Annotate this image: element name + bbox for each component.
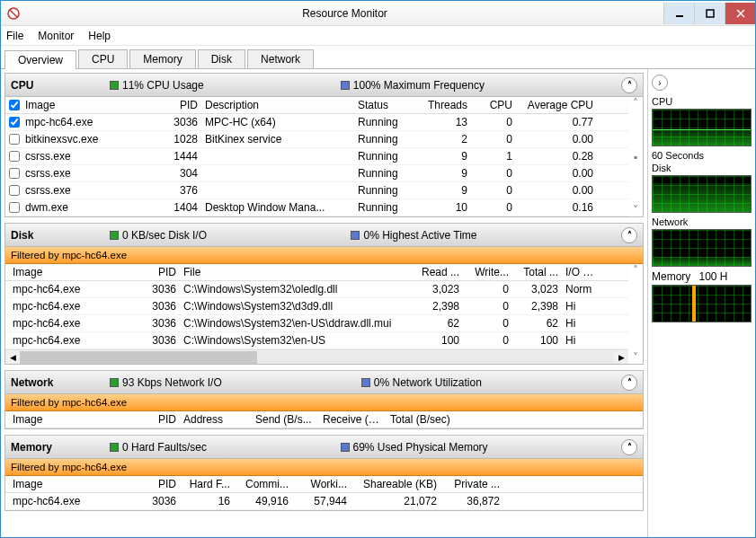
network-panel-header[interactable]: Network 93 Kbps Network I/O 0% Network U… [5, 371, 643, 394]
table-row[interactable]: csrss.exe376Running900.00 [5, 182, 628, 199]
col-total[interactable]: Total (B/sec) [387, 412, 458, 427]
collapse-icon[interactable]: ˄ [621, 375, 637, 391]
col-pid[interactable]: PID [135, 477, 180, 491]
cell: 1 [471, 149, 516, 163]
table-row[interactable]: mpc-hc64.exe30361649,91657,94421,07236,8… [5, 493, 643, 510]
square-icon [110, 231, 119, 240]
cell: 3036 [156, 115, 201, 129]
col-write[interactable]: Write... [463, 265, 512, 279]
tab-network[interactable]: Network [247, 49, 314, 68]
col-pid[interactable]: PID [135, 412, 180, 427]
table-row[interactable]: mpc-hc64.exe3036C:\Windows\System32\en-U… [5, 332, 628, 349]
menu-help[interactable]: Help [88, 30, 111, 42]
table-row[interactable]: dwm.exe1404Desktop Window Mana...Running… [5, 199, 628, 216]
mem-used-stat: 69% Used Physical Memory [353, 441, 488, 454]
disk-io-stat: 0 KB/sec Disk I/O [122, 229, 207, 242]
cell: 2 [417, 132, 471, 146]
row-checkbox[interactable] [9, 151, 20, 162]
network-filter: Filtered by mpc-hc64.exe [5, 394, 643, 411]
collapse-icon[interactable]: ˄ [621, 77, 637, 93]
menubar: File Monitor Help [1, 26, 755, 46]
disk-columns: Image PID File Read ... Write... Total .… [5, 264, 628, 281]
table-row[interactable]: mpc-hc64.exe3036C:\Windows\System32\oled… [5, 281, 628, 298]
col-recv[interactable]: Receive (B... [319, 412, 387, 427]
col-read[interactable]: Read ... [414, 265, 463, 279]
col-file[interactable]: File [180, 265, 414, 279]
cell: 0.00 [516, 132, 597, 146]
col-image[interactable]: Image [9, 265, 135, 279]
col-pid[interactable]: PID [156, 98, 201, 112]
col-image[interactable]: Image [9, 412, 135, 427]
col-image[interactable]: Image [9, 477, 135, 491]
maximize-button[interactable] [694, 3, 725, 24]
menu-monitor[interactable]: Monitor [38, 30, 74, 42]
disk-hscroll[interactable]: ◀▶ [5, 349, 628, 364]
square-icon [341, 81, 350, 90]
col-threads[interactable]: Threads [417, 98, 471, 112]
table-row[interactable]: csrss.exe304Running900.00 [5, 165, 628, 182]
col-io[interactable]: I/O P... [562, 265, 598, 279]
close-button[interactable] [725, 3, 755, 24]
col-work[interactable]: Worki... [292, 477, 351, 491]
col-status[interactable]: Status [354, 98, 417, 112]
cpu-panel: CPU 11% CPU Usage 100% Maximum Frequency… [4, 73, 644, 217]
row-checkbox[interactable] [9, 117, 20, 128]
tab-memory[interactable]: Memory [129, 49, 195, 68]
col-commit[interactable]: Commi... [234, 477, 292, 491]
tab-overview[interactable]: Overview [4, 50, 76, 69]
disk-scrollbar[interactable]: ˄˅ [628, 264, 643, 364]
cell: Running [354, 166, 417, 181]
row-checkbox[interactable] [9, 185, 20, 196]
cell [201, 190, 354, 191]
net-util-stat: 0% Network Utilization [374, 376, 482, 389]
cell: 1028 [156, 132, 201, 146]
table-row[interactable]: bitkinexsvc.exe1028BitKinex serviceRunni… [5, 131, 628, 148]
menu-file[interactable]: File [6, 30, 23, 42]
cpu-scrollbar[interactable]: ˄▪˅ [628, 97, 643, 216]
minimize-button[interactable] [663, 3, 694, 24]
cell: mpc-hc64.exe [9, 316, 135, 331]
cell: Running [354, 132, 417, 146]
tab-cpu[interactable]: CPU [78, 49, 128, 68]
network-columns: Image PID Address Send (B/s... Receive (… [5, 411, 643, 428]
table-row[interactable]: mpc-hc64.exe3036C:\Windows\System32\d3d9… [5, 298, 628, 315]
col-image[interactable]: Image [22, 98, 156, 112]
cell: 0.28 [516, 149, 597, 163]
col-desc[interactable]: Description [201, 98, 354, 112]
table-row[interactable]: csrss.exe1444Running910.28 [5, 148, 628, 165]
row-checkbox[interactable] [9, 134, 20, 145]
cell: 100 [414, 333, 463, 348]
table-row[interactable]: mpc-hc64.exe3036C:\Windows\System32\en-U… [5, 315, 628, 332]
col-avg[interactable]: Average CPU [516, 98, 597, 112]
memory-filter: Filtered by mpc-hc64.exe [5, 459, 643, 476]
square-icon [110, 443, 119, 452]
app-icon [6, 6, 21, 21]
tab-disk[interactable]: Disk [198, 49, 245, 68]
cell: 3036 [135, 299, 180, 313]
row-checkbox[interactable] [9, 202, 20, 213]
col-address[interactable]: Address [180, 412, 252, 427]
collapse-icon[interactable]: ˄ [621, 227, 637, 243]
col-cpu[interactable]: CPU [471, 98, 516, 112]
expand-icon[interactable]: › [652, 75, 668, 91]
square-icon [361, 378, 370, 387]
cell: Norm [562, 282, 598, 296]
col-hf[interactable]: Hard F... [180, 477, 234, 491]
cell: 376 [156, 183, 201, 198]
col-total[interactable]: Total ... [512, 265, 562, 279]
cpu-checkall[interactable] [9, 100, 20, 110]
col-priv[interactable]: Private ... [440, 477, 503, 491]
cell: dwm.exe [22, 200, 156, 215]
cell: 3036 [135, 282, 180, 296]
col-pid[interactable]: PID [135, 265, 180, 279]
cpu-panel-header[interactable]: CPU 11% CPU Usage 100% Maximum Frequency… [5, 74, 643, 97]
col-share[interactable]: Shareable (KB) [351, 477, 440, 491]
col-send[interactable]: Send (B/s... [252, 412, 319, 427]
row-checkbox[interactable] [9, 168, 20, 179]
memory-panel-header[interactable]: Memory 0 Hard Faults/sec 69% Used Physic… [5, 436, 643, 459]
cell: Hi [562, 316, 598, 331]
table-row[interactable]: mpc-hc64.exe3036MPC-HC (x64)Running1300.… [5, 114, 628, 131]
collapse-icon[interactable]: ˄ [621, 439, 637, 455]
disk-panel-header[interactable]: Disk 0 KB/sec Disk I/O 0% Highest Active… [5, 224, 643, 247]
side-cpu-label: CPU [652, 96, 752, 107]
